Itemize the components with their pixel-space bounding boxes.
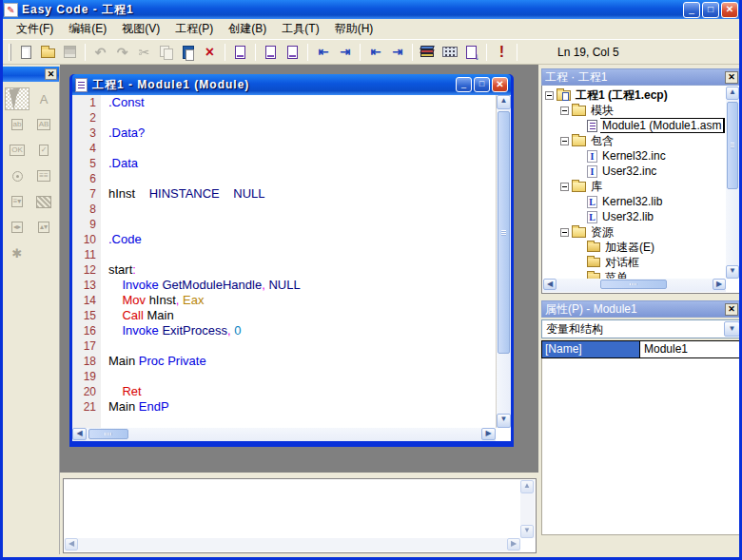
editor-vscroll-thumb[interactable]: [498, 111, 510, 354]
toolbox-static-text[interactable]: A: [31, 87, 56, 110]
code-editor[interactable]: 1.Const23.Data?45.Data67hInst HINSTANCE …: [72, 95, 496, 428]
tree-item-8[interactable]: LUser32.lib: [543, 209, 725, 224]
toolbox-custom-control[interactable]: ✱: [5, 241, 29, 264]
editor-vscrollbar[interactable]: ▲ ▼: [496, 95, 511, 428]
tree-hscrollbar[interactable]: ◀ ▶: [543, 279, 726, 292]
tree-expander-icon[interactable]: [560, 137, 569, 145]
scroll-up-icon[interactable]: ▲: [520, 480, 534, 493]
scroll-down-icon[interactable]: ▼: [520, 525, 534, 538]
link-button[interactable]: [460, 42, 482, 63]
menu-item-h[interactable]: 帮助(H): [327, 18, 381, 40]
editor-hscrollbar[interactable]: ◀ ▶: [72, 428, 496, 441]
tree-item-6[interactable]: 库: [543, 179, 725, 194]
tree-item-5[interactable]: IUser32.inc: [543, 164, 725, 179]
scroll-right-icon[interactable]: ▶: [507, 538, 520, 550]
property-category-dropdown[interactable]: 变量和结构 ▼: [541, 319, 742, 338]
scroll-up-icon[interactable]: ▲: [497, 95, 511, 109]
scroll-up-icon[interactable]: ▲: [726, 87, 739, 100]
scroll-right-icon[interactable]: ▶: [713, 279, 726, 290]
undo-button[interactable]: ↶: [89, 42, 111, 63]
tree-item-1[interactable]: 模块: [543, 103, 725, 118]
scroll-left-icon[interactable]: ◀: [72, 428, 87, 440]
comment-block-button[interactable]: ⇤: [364, 42, 386, 63]
unindent-button[interactable]: ⇤: [312, 42, 334, 63]
tree-vscrollbar[interactable]: ▲ ▼: [726, 87, 740, 279]
uncomment-block-button[interactable]: ⇥: [386, 42, 408, 63]
tree-item-12[interactable]: 菜单: [543, 270, 725, 279]
build-button[interactable]: [439, 42, 460, 63]
tree-expander-icon[interactable]: [560, 106, 569, 115]
indent-button[interactable]: ⇥: [334, 42, 356, 63]
resource-editor-button[interactable]: [260, 42, 282, 63]
open-file-button[interactable]: [37, 42, 59, 63]
editor-titlebar[interactable]: 工程1 - Module1 (Module) _ □ ✕: [72, 74, 511, 95]
tree-item-7[interactable]: LKernel32.lib: [543, 194, 725, 209]
toolbox-combo-box[interactable]: ≡▾: [5, 190, 29, 213]
chevron-down-icon[interactable]: ▼: [724, 321, 740, 337]
output-hscrollbar[interactable]: ◀ ▶: [65, 538, 520, 551]
toolbox-list-box[interactable]: ≡≡: [31, 164, 56, 187]
menu-item-p[interactable]: 工程(P): [167, 18, 221, 40]
assemble-button[interactable]: [417, 42, 439, 63]
toolbox-radio-button[interactable]: [5, 164, 29, 187]
new-file-button[interactable]: [15, 42, 37, 63]
copy-button[interactable]: [155, 42, 177, 63]
toolbox-updown[interactable]: ▴▾: [31, 216, 56, 239]
tree-item-9[interactable]: 资源: [543, 224, 725, 240]
toolbox-checkbox[interactable]: ✓: [31, 139, 56, 162]
editor-hscroll-thumb[interactable]: [88, 429, 128, 439]
tree-expander-icon[interactable]: [545, 91, 554, 100]
redo-button[interactable]: ↷: [111, 42, 133, 63]
tree-item-0[interactable]: 工程1 (工程1.ecp): [543, 87, 725, 103]
tree-vscroll-thumb[interactable]: [727, 102, 738, 189]
letter-l-file-icon: L: [587, 196, 597, 208]
tree-hscroll-thumb[interactable]: [600, 280, 667, 289]
save-file-button[interactable]: [59, 42, 81, 63]
output-panel[interactable]: ▲ ▼ ◀ ▶: [63, 478, 537, 553]
editor-minimize-button[interactable]: _: [456, 77, 472, 92]
editor-maximize-button[interactable]: □: [474, 77, 490, 92]
close-button[interactable]: ✕: [721, 2, 738, 18]
menu-item-f[interactable]: 文件(F): [9, 18, 61, 40]
menu-item-t[interactable]: 工具(T): [274, 18, 326, 40]
scroll-down-icon[interactable]: ▼: [497, 414, 511, 428]
module-properties-button[interactable]: [229, 42, 251, 63]
delete-button[interactable]: ×: [199, 42, 221, 63]
menu-item-b[interactable]: 创建(B): [221, 18, 274, 40]
scroll-left-icon[interactable]: ◀: [65, 538, 78, 550]
tree-expander-icon[interactable]: [560, 183, 569, 191]
scroll-left-icon[interactable]: ◀: [543, 279, 556, 290]
toolbox-hscrollbar[interactable]: ◂▸: [5, 216, 29, 239]
toolbox-edit-box[interactable]: ab: [5, 113, 29, 136]
paste-button[interactable]: [177, 42, 199, 63]
redo-icon: ↷: [117, 45, 128, 60]
project-panel-close-icon[interactable]: ✕: [725, 71, 738, 84]
toolbox-image[interactable]: [31, 190, 56, 213]
menu-item-v[interactable]: 视图(V): [114, 18, 167, 40]
scroll-down-icon[interactable]: ▼: [726, 265, 739, 279]
minimize-button[interactable]: _: [683, 2, 700, 18]
tree-item-3[interactable]: 包含: [543, 133, 725, 148]
toolbox-ok-button[interactable]: OK: [5, 139, 29, 162]
tree-item-11[interactable]: 对话框: [543, 255, 725, 270]
tree-item-2[interactable]: Module1 (Module1.asm: [543, 118, 725, 133]
toolbox-pointer[interactable]: [5, 87, 29, 110]
properties-panel-close-icon[interactable]: ✕: [725, 303, 738, 316]
project-properties-button[interactable]: [282, 42, 303, 63]
toolbar-separator: [225, 44, 225, 61]
tree-item-10[interactable]: 加速器(E): [543, 240, 725, 255]
tree-item-4[interactable]: IKernel32.inc: [543, 148, 725, 164]
toolbox-close-icon[interactable]: ✕: [45, 68, 57, 80]
maximize-button[interactable]: □: [702, 2, 719, 18]
output-vscrollbar[interactable]: ▲ ▼: [520, 480, 535, 538]
run-button[interactable]: !: [491, 42, 513, 63]
tree-expander-icon[interactable]: [560, 228, 569, 237]
cut-button[interactable]: ✂: [133, 42, 155, 63]
property-value-cell[interactable]: Module1: [640, 341, 741, 357]
menu-item-e[interactable]: 编辑(E): [61, 18, 114, 40]
scroll-right-icon[interactable]: ▶: [481, 428, 496, 440]
editor-close-button[interactable]: ✕: [492, 77, 508, 92]
toolbox-label[interactable]: AB: [31, 113, 56, 136]
property-row[interactable]: [Name]Module1: [541, 340, 742, 358]
property-name-cell[interactable]: [Name]: [542, 341, 640, 357]
